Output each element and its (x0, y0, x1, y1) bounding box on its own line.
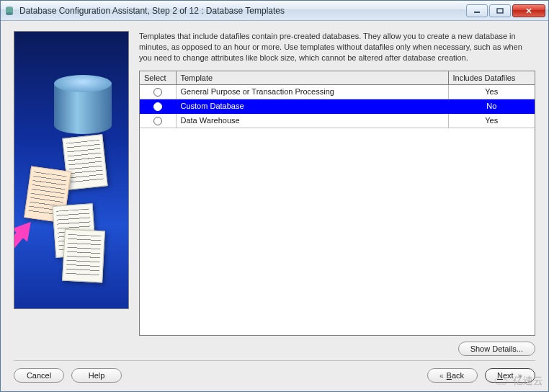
table-row[interactable]: Custom Database No (140, 99, 535, 113)
next-button[interactable]: Next » (485, 368, 535, 383)
show-details-button[interactable]: Show Details... (458, 342, 535, 356)
cancel-button[interactable]: Cancel (14, 368, 64, 383)
wizard-graphic (14, 31, 129, 309)
template-name: Custom Database (176, 99, 448, 113)
titlebar[interactable]: Database Configuration Assistant, Step 2… (1, 1, 548, 21)
help-button[interactable]: Help (71, 368, 122, 383)
wizard-footer: Cancel Help « Back Next » (14, 360, 535, 383)
back-button[interactable]: « Back (427, 368, 478, 383)
close-button[interactable] (512, 4, 545, 17)
window-controls (466, 4, 545, 17)
next-mnemonic: N (497, 371, 503, 380)
table-row[interactable]: General Purpose or Transaction Processin… (140, 84, 535, 99)
svg-point-2 (6, 12, 13, 15)
wizard-window: Database Configuration Assistant, Step 2… (0, 0, 549, 392)
svg-rect-4 (497, 9, 503, 13)
back-label-rest: ack (452, 371, 464, 380)
table-row[interactable]: Data Warehouse Yes (140, 113, 535, 128)
chevron-left-icon: « (439, 372, 442, 380)
next-label-rest: ext (503, 371, 514, 380)
step-description: Templates that include datafiles contain… (139, 31, 535, 63)
template-name: Data Warehouse (176, 113, 448, 128)
template-includes: No (448, 99, 535, 113)
radio-template[interactable] (153, 88, 162, 97)
col-select: Select (140, 71, 176, 85)
radio-template[interactable] (153, 117, 162, 125)
template-name: General Purpose or Transaction Processin… (176, 84, 448, 99)
database-cylinder-icon (54, 75, 112, 140)
back-mnemonic: B (447, 371, 452, 380)
main-panel: Templates that include datafiles contain… (139, 31, 535, 360)
chevron-right-icon: » (518, 372, 521, 380)
template-includes: Yes (448, 113, 535, 128)
window-title: Database Configuration Assistant, Step 2… (19, 6, 466, 16)
template-includes: Yes (448, 84, 535, 99)
app-icon (4, 5, 15, 17)
minimize-button[interactable] (466, 4, 488, 17)
svg-rect-3 (474, 12, 480, 13)
radio-template[interactable] (153, 102, 162, 111)
col-template: Template (176, 71, 448, 85)
document-icon (62, 229, 105, 283)
maximize-button[interactable] (489, 4, 511, 17)
content-area: Templates that include datafiles contain… (1, 21, 548, 391)
templates-table: Select Template Includes Datafiles Gener… (140, 71, 535, 128)
col-includes: Includes Datafiles (448, 71, 535, 85)
templates-table-container: Select Template Includes Datafiles Gener… (139, 71, 535, 336)
